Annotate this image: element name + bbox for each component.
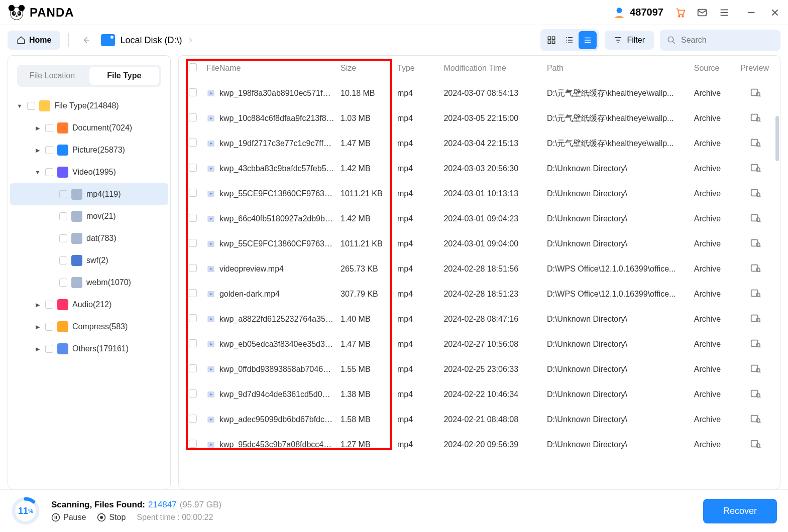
- preview-icon[interactable]: [750, 212, 761, 223]
- cart-icon[interactable]: [674, 7, 686, 18]
- tree-item[interactable]: swf(2): [10, 249, 168, 272]
- tree-item[interactable]: mp4(119): [10, 183, 168, 205]
- row-checkbox[interactable]: [189, 415, 197, 423]
- table-row[interactable]: kwp_adec95099db6bd67bfdc7a... 1.58 MB mp…: [186, 407, 773, 432]
- table-row[interactable]: kwp_66c40fb5180927a2db9b64... 1.42 MB mp…: [186, 206, 773, 231]
- menu-icon[interactable]: [719, 7, 730, 18]
- recover-button[interactable]: Recover: [703, 499, 777, 523]
- preview-icon[interactable]: [750, 162, 761, 173]
- row-checkbox[interactable]: [189, 264, 197, 272]
- preview-icon[interactable]: [750, 313, 761, 324]
- row-checkbox[interactable]: [189, 214, 197, 222]
- user-badge[interactable]: 487097: [613, 6, 663, 19]
- row-checkbox[interactable]: [189, 289, 197, 297]
- table-row[interactable]: kwp_eb05edca3f8340ee35d326... 1.47 MB mp…: [186, 332, 773, 357]
- row-checkbox[interactable]: [189, 440, 197, 448]
- table-row[interactable]: kwp_a8822fd6125232764a35a6... 1.40 MB mp…: [186, 307, 773, 332]
- minimize-icon[interactable]: [746, 7, 757, 18]
- header-size[interactable]: Size: [337, 56, 394, 81]
- table-row[interactable]: kwp_43cbba83c9bafdc57feb572... 1.42 MB m…: [186, 156, 773, 181]
- preview-icon[interactable]: [750, 87, 761, 98]
- list-view-button[interactable]: [579, 31, 597, 49]
- row-checkbox[interactable]: [189, 389, 197, 397]
- checkbox[interactable]: [59, 234, 67, 242]
- row-checkbox[interactable]: [189, 239, 197, 247]
- table-row[interactable]: kwp_9d7d94c4de6361cd5d05f8... 1.38 MB mp…: [186, 382, 773, 407]
- header-type[interactable]: Type: [394, 56, 440, 81]
- table-row[interactable]: golden-dark.mp4 307.79 KB mp4 2024-02-28…: [186, 282, 773, 307]
- nav-back-button[interactable]: [77, 31, 95, 49]
- checkbox[interactable]: [45, 301, 53, 309]
- preview-icon[interactable]: [750, 262, 761, 274]
- checkbox[interactable]: [59, 256, 67, 264]
- select-all-checkbox[interactable]: [189, 63, 197, 71]
- header-preview[interactable]: Preview: [737, 56, 773, 81]
- row-checkbox[interactable]: [189, 189, 197, 197]
- preview-icon[interactable]: [750, 112, 761, 123]
- preview-icon[interactable]: [750, 363, 761, 374]
- tree-item[interactable]: ▶ Document(7024): [10, 117, 168, 139]
- tree-item[interactable]: ▼ Video(1995): [10, 161, 168, 183]
- breadcrumb[interactable]: Local Disk (D:\): [101, 34, 194, 46]
- row-checkbox[interactable]: [189, 314, 197, 322]
- preview-icon[interactable]: [750, 237, 761, 248]
- header-path[interactable]: Path: [544, 56, 691, 81]
- logo: PANDA: [8, 4, 74, 22]
- checkbox[interactable]: [45, 345, 53, 353]
- checkbox[interactable]: [45, 323, 53, 331]
- preview-icon[interactable]: [750, 338, 761, 349]
- tree-item[interactable]: webm(1070): [10, 272, 168, 294]
- row-checkbox[interactable]: [189, 139, 197, 147]
- table-row[interactable]: videopreview.mp4 265.73 KB mp4 2024-02-2…: [186, 256, 773, 282]
- svg-rect-18: [548, 37, 551, 39]
- row-checkbox[interactable]: [189, 113, 197, 121]
- tree-item[interactable]: ▶ Compress(583): [10, 316, 168, 338]
- close-icon[interactable]: [769, 7, 780, 18]
- table-row[interactable]: kwp_55CE9FC13860CF976347D... 1011.21 KB …: [186, 181, 773, 206]
- tree-item[interactable]: ▶ Picture(25873): [10, 139, 168, 161]
- checkbox[interactable]: [27, 102, 35, 110]
- checkbox[interactable]: [59, 212, 67, 220]
- table-row[interactable]: kwp_19df2717c3e77c1c9c7ff1c9... 1.47 MB …: [186, 131, 773, 156]
- tree-root[interactable]: ▼ File Type(214848): [10, 95, 168, 117]
- row-checkbox[interactable]: [189, 88, 197, 96]
- checkbox[interactable]: [45, 124, 53, 132]
- filter-button[interactable]: Filter: [605, 31, 654, 50]
- tab-file-location[interactable]: File Location: [17, 65, 87, 87]
- header-source[interactable]: Source: [691, 56, 737, 81]
- preview-icon[interactable]: [750, 288, 761, 299]
- checkbox[interactable]: [45, 146, 53, 154]
- row-checkbox[interactable]: [189, 364, 197, 372]
- preview-icon[interactable]: [750, 438, 761, 449]
- checkbox[interactable]: [59, 279, 67, 287]
- scrollbar-thumb[interactable]: [775, 116, 779, 161]
- compact-view-button[interactable]: [560, 31, 579, 49]
- table-row[interactable]: kwp_0ffdbd93893858ab7046dfc... 1.55 MB m…: [186, 357, 773, 382]
- table-row[interactable]: kwp_55CE9FC13860CF976347D... 1011.21 KB …: [186, 231, 773, 256]
- row-checkbox[interactable]: [189, 339, 197, 347]
- table-row[interactable]: kwp_198f8a30ab8910ec571f969... 10.18 MB …: [186, 81, 773, 106]
- table-row[interactable]: kwp_95dc453c9b7a08fdbcc4d4... 1.27 MB mp…: [186, 432, 773, 457]
- mail-icon[interactable]: [697, 7, 708, 18]
- tab-file-type[interactable]: File Type: [89, 67, 160, 85]
- pause-button[interactable]: Pause: [51, 513, 86, 522]
- header-name[interactable]: FileName: [203, 56, 337, 81]
- stop-button[interactable]: Stop: [97, 513, 126, 522]
- home-button[interactable]: Home: [8, 31, 60, 50]
- preview-icon[interactable]: [750, 137, 761, 148]
- search-input[interactable]: [681, 36, 771, 45]
- search-box[interactable]: [660, 30, 780, 51]
- tree-item[interactable]: dat(783): [10, 227, 168, 249]
- preview-icon[interactable]: [750, 187, 761, 198]
- tree-item[interactable]: mov(21): [10, 205, 168, 227]
- grid-view-button[interactable]: [542, 31, 560, 49]
- checkbox[interactable]: [59, 190, 67, 198]
- tree-item[interactable]: ▶ Others(179161): [10, 338, 168, 360]
- header-mod[interactable]: Modification Time: [440, 56, 543, 81]
- preview-icon[interactable]: [750, 388, 761, 399]
- table-row[interactable]: kwp_10c884c6f8dfaa9fc213f843... 1.03 MB …: [186, 106, 773, 131]
- checkbox[interactable]: [45, 168, 53, 176]
- row-checkbox[interactable]: [189, 164, 197, 172]
- preview-icon[interactable]: [750, 413, 761, 424]
- tree-item[interactable]: ▶ Audio(212): [10, 294, 168, 316]
